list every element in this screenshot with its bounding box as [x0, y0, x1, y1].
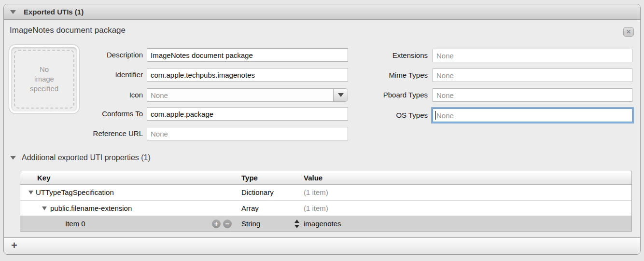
row-type: String: [241, 216, 260, 232]
os-types-label: OS Types: [290, 109, 428, 122]
stepper-up-icon[interactable]: [294, 220, 299, 223]
extensions-label: Extensions: [290, 49, 428, 62]
footer-bar: +: [4, 237, 640, 254]
add-item-icon[interactable]: +: [212, 220, 221, 228]
column-header-type: Type: [241, 171, 258, 185]
row-type: Array: [241, 201, 259, 216]
identifier-label: Identifier: [4, 68, 143, 82]
row-value: (1 item): [304, 185, 328, 200]
mime-types-label: Mime Types: [290, 69, 428, 82]
add-uti-button[interactable]: +: [11, 239, 17, 252]
uti-entry-title: ImageNotes document package: [10, 26, 126, 35]
pboard-types-field[interactable]: [433, 88, 632, 102]
conforms-to-label: Conforms To: [4, 107, 143, 121]
column-header-value: Value: [304, 171, 322, 185]
os-types-field-wrap: [433, 109, 632, 122]
stepper-down-icon[interactable]: [294, 225, 299, 228]
row-key: public.filename-extension: [50, 201, 132, 216]
disclosure-triangle-icon[interactable]: [10, 156, 16, 160]
type-stepper[interactable]: [294, 220, 299, 228]
row-add-remove-buttons: + −: [212, 220, 232, 228]
disclosure-triangle-icon[interactable]: [42, 206, 47, 210]
additional-properties-header[interactable]: Additional exported UTI properties (1): [4, 153, 151, 162]
row-value: imagenotes: [304, 216, 341, 232]
exported-utis-panel: Exported UTIs (1) ImageNotes document pa…: [3, 4, 641, 255]
os-types-field[interactable]: [433, 109, 632, 122]
description-label: Description: [4, 48, 143, 62]
table-header-row: Key Type Value: [20, 171, 631, 185]
icon-label: Icon: [4, 88, 143, 102]
row-key: UTTypeTagSpecification: [36, 185, 114, 200]
reference-url-field[interactable]: [147, 127, 348, 140]
additional-properties-title: Additional exported UTI properties (1): [22, 153, 151, 162]
reference-url-label: Reference URL: [4, 127, 143, 140]
table-row[interactable]: public.filename-extension Array (1 item): [20, 200, 631, 216]
column-header-key: Key: [37, 171, 51, 185]
text-caret: [435, 111, 436, 120]
table-row-selected[interactable]: Item 0 + − String imagenotes: [20, 216, 631, 231]
pboard-types-label: Pboard Types: [290, 88, 428, 102]
exported-utis-header[interactable]: Exported UTIs (1): [4, 4, 640, 20]
row-value: (1 item): [304, 201, 328, 216]
mime-types-field[interactable]: [433, 69, 632, 82]
table-row[interactable]: UTTypeTagSpecification Dictionary (1 ite…: [20, 185, 631, 200]
disclosure-triangle-icon[interactable]: [10, 10, 16, 14]
properties-table: Key Type Value UTTypeTagSpecification Di…: [20, 171, 632, 232]
section-title: Exported UTIs (1): [24, 8, 84, 16]
disclosure-triangle-icon[interactable]: [28, 191, 33, 194]
remove-item-icon[interactable]: −: [223, 220, 232, 228]
close-icon[interactable]: ✕: [623, 27, 634, 37]
extensions-field[interactable]: [433, 49, 632, 62]
row-type: Dictionary: [241, 185, 274, 200]
row-key: Item 0: [65, 216, 85, 232]
